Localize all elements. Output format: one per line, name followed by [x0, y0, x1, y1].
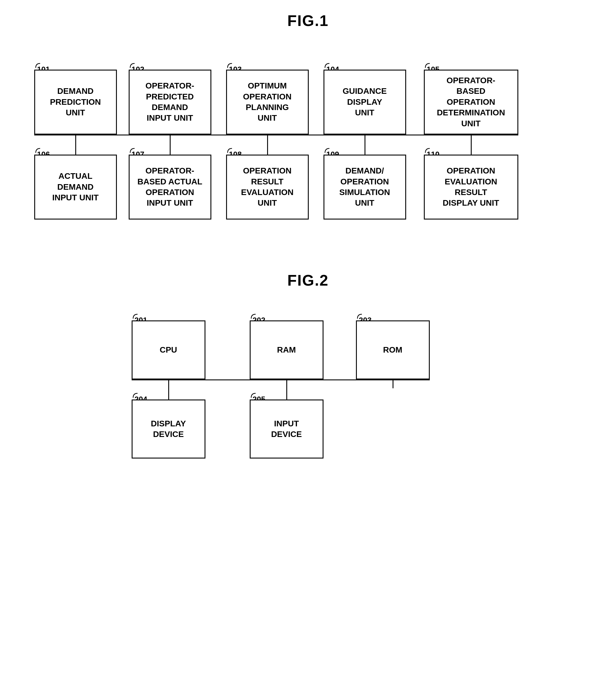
vline-203 — [393, 380, 393, 388]
vline-201 — [168, 380, 169, 388]
fig2-container: 201 CPU 202 RAM 203 ROM 204 DISPLAYDEVIC… — [102, 307, 515, 519]
hline-fig2 — [132, 380, 430, 380]
box-204: DISPLAYDEVICE — [132, 399, 205, 458]
vline-110 — [471, 143, 472, 155]
hline-top — [34, 135, 518, 135]
fig1-diagram: 101 DEMANDPREDICTIONUNIT 102 OPERATOR-PR… — [18, 47, 598, 248]
box-201: CPU — [132, 320, 205, 380]
box-205: INPUTDEVICE — [250, 399, 324, 458]
vline-109 — [365, 143, 366, 155]
box-103: OPTIMUMOPERATIONPLANNINGUNIT — [226, 70, 309, 135]
vline-104 — [365, 135, 366, 143]
box-202: RAM — [250, 320, 324, 380]
box-108: OPERATIONRESULTEVALUATIONUNIT — [226, 155, 309, 220]
vline-101 — [75, 135, 76, 143]
fig1-title: FIG.1 — [18, 12, 598, 29]
box-106: ACTUALDEMANDINPUT UNIT — [34, 155, 117, 220]
box-101: DEMANDPREDICTIONUNIT — [34, 70, 117, 135]
fig2-title: FIG.2 — [18, 271, 598, 289]
fig2-diagram: 201 CPU 202 RAM 203 ROM 204 DISPLAYDEVIC… — [18, 307, 598, 519]
vline-202 — [286, 380, 287, 388]
vline-108 — [267, 143, 268, 155]
box-104: GUIDANCEDISPLAYUNIT — [324, 70, 406, 135]
vline-204 — [168, 388, 169, 399]
vline-106 — [75, 143, 76, 155]
box-102: OPERATOR-PREDICTEDDEMANDINPUT UNIT — [129, 70, 211, 135]
box-107: OPERATOR-BASED ACTUALOPERATIONINPUT UNIT — [129, 155, 211, 220]
vline-107 — [170, 143, 171, 155]
box-109: DEMAND/OPERATIONSIMULATIONUNIT — [324, 155, 406, 220]
vline-105 — [471, 135, 472, 143]
box-105: OPERATOR-BASEDOPERATIONDETERMINATIONUNIT — [424, 70, 518, 135]
fig1-container: 101 DEMANDPREDICTIONUNIT 102 OPERATOR-PR… — [19, 47, 597, 248]
box-110: OPERATIONEVALUATIONRESULTDISPLAY UNIT — [424, 155, 518, 220]
box-203: ROM — [356, 320, 430, 380]
vline-205 — [286, 388, 287, 399]
vline-102 — [170, 135, 171, 143]
vline-103 — [267, 135, 268, 143]
